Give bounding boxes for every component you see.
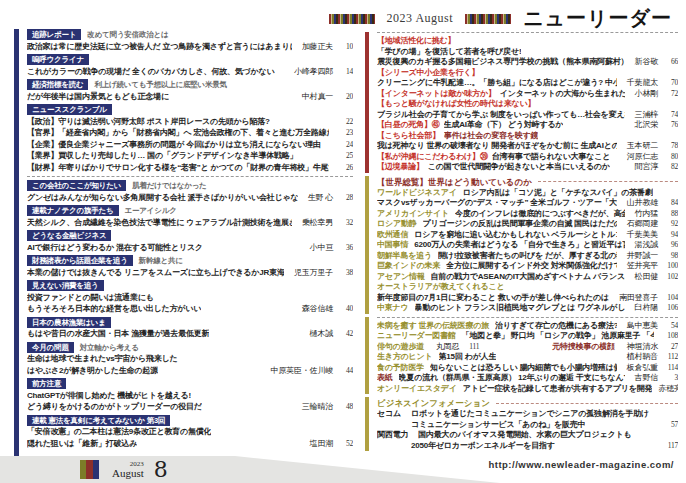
series-subtitle: 事件は社会の変容を映す鏡 — [444, 131, 538, 142]
page-number: 117 — [664, 441, 678, 452]
article-title: 国内最大のバイオマス発電開始、水素の巨大プロジェクトも — [418, 430, 631, 441]
author-name: 吉野信 — [635, 373, 658, 384]
section-heading: この会社のここが知りたい肌着だけではなかった — [27, 180, 353, 192]
page-number: 96 — [664, 240, 678, 251]
article-title: 知らないことは恐ろしい 腸内細菌でも小腸内増殖は健康寿命を短縮する! — [430, 363, 617, 374]
article-title: AIで銀行はどう変わるか 混在する可能性とリスク — [27, 242, 203, 254]
article-title: 新年度節目の7月1日に変わること 救いの手が差し伸べられたのは? — [377, 293, 609, 304]
page-number: 94 — [664, 230, 678, 241]
author-name: 井野誠一 — [627, 251, 658, 262]
toc-subentry: オンリーイエスタデイアトピー症状を記録して患者が共有するアプリを開発赤穂亮太郎 — [377, 384, 678, 395]
column-label: アセアン情報 — [377, 272, 425, 283]
article-title: 全方位に展開するインド外交 対米関係強化だけではなく中露陣営にも関与 — [446, 261, 617, 272]
article-title: もうそろそろ日本的な経営を思い出した方がいい — [27, 303, 201, 315]
section-note: エーアイシルク — [125, 205, 177, 217]
divider — [377, 32, 678, 33]
author-name: 玉本研二 — [627, 141, 658, 152]
toc-line: 隠れた狙いは「維新」打破込み塩田潮52 — [27, 438, 353, 450]
toc-line: ロシア動静プリゴージンの反乱は民間軍事企業の自滅 国民はただの茶番としか見ていな… — [377, 219, 678, 230]
toc-line: ニューリーダー図書館「地図と拳」 野口均 「ロシアの戦争」 池原麻里子 「今月の… — [377, 331, 678, 342]
toc-line: 【インターネットは敵か味方か】インターネットの大海から生まれた生成AI小林剛72 — [377, 89, 678, 100]
section-heading: 見えない消費を追う — [27, 280, 353, 292]
section-heading: ビジネスインフォメーション — [377, 397, 678, 409]
article-title: 晩夏の流れ（群馬県・玉原高原） 12年ぶりの邂逅 干支にちなんで「羊」 — [399, 373, 625, 384]
article-title: コミュニケーションサービス「あのね」を販売中 — [411, 420, 585, 431]
toc-section: ビジネスインフォメーションセコムロボットを通じたコミュニケーションでシニアの孤独… — [365, 397, 678, 451]
series-title: 【インターネットは敵か味方か】 — [377, 89, 496, 100]
toc-line: AIで銀行はどう変わるか 混在する可能性とリスク小中亘36 — [27, 242, 353, 254]
column-label: オンリーイエスタデイ — [377, 384, 457, 395]
page-number: 48 — [339, 401, 353, 413]
column-label: 巨象インドの未来 — [377, 261, 440, 272]
page-number: 104 — [664, 293, 678, 304]
page-number: 25 — [339, 150, 353, 162]
article-title: どう縛りをかけるのかがトップリーダーの役目だ — [27, 401, 202, 413]
toc-line: 未病を癒す 世界の伝統医療の旅治りすぎて存亡の危機にある療法?!島中恵美54 — [377, 321, 678, 332]
article-title: マスクvsザッカーバーグの“デス・マッチ” 全米ゴルフ・ツアー「大合併」、ほくそ… — [377, 198, 617, 209]
author-name: 新谷敬 — [635, 57, 658, 68]
page-number: 102 — [664, 272, 678, 283]
author-name: 森谷信雄 — [302, 303, 333, 315]
page-number: 72 — [664, 89, 678, 100]
footer-band: 2023 August 8 — [0, 456, 500, 483]
page-number: 27 — [664, 342, 678, 353]
toc-line: はやぶさ2が解き明かした生命の起源中原英臣・佐川峻44 — [27, 365, 353, 377]
toc-line: 「安倍改憲」の二本柱は憲法9条改正と教育の無償化 — [27, 426, 353, 438]
toc-line: 政治家は常に歴史法廷に立つ被告人だ 立つ鳥跡を濁さずと言うにはあまりにも加藤正夫… — [27, 41, 353, 53]
toc-section: 連載 憲法を真剣に考えてみないか 第3回「安倍改憲」の二本柱は憲法9条改正と教育… — [27, 415, 353, 450]
section-heading: 追跡レポート改めて問う安倍政治とは — [27, 29, 353, 41]
section-heading: 前方注意 — [27, 378, 353, 390]
section-badge: 追跡レポート — [27, 29, 81, 40]
page-number: 36 — [339, 242, 353, 254]
toc-line: 朝鮮半島を追う開け!拉致被害者たちの叫びを だが、厚すぎる北の狂ったロジック井野… — [377, 251, 678, 262]
article-title: 投資ファンドとの闘いは流通業にも — [27, 292, 154, 304]
article-title: 「安倍改憲」の二本柱は憲法9条改正と教育の無償化 — [27, 426, 211, 438]
page-number: 40 — [339, 303, 353, 315]
right-column: 【地域活性化に挑む】「学びの場」を復活して若者を呼び戻せ!震災復興のカギ握る多国… — [365, 29, 678, 457]
author-name: 南田登喜子 — [619, 293, 658, 304]
author-name: 山井教雄 — [627, 198, 658, 209]
toc-line: コミュニケーションサービス「あのね」を販売中57 — [411, 420, 678, 431]
toc-line: 【地域活性化に挑む】 — [377, 36, 678, 47]
section-badge: ニューススクランブル — [27, 104, 112, 115]
author-name: 湯浅誠 — [635, 240, 658, 251]
article-title: 震災復興のカギ握る多国籍ビジネス専門学校の挑戦（熊本県南阿蘇村） — [377, 57, 625, 68]
column-label: ワールドビジネスアイ — [377, 188, 457, 199]
toc-section: 見えない消費を追う投資ファンドとの闘いは流通業にももうそろそろ日本的な経営を思い… — [27, 280, 353, 315]
column-label: 生き方のヒント — [377, 352, 433, 363]
series-title: 【白昼の死角】㊸ — [377, 120, 440, 131]
toc-section: 【地域活性化に挑む】「学びの場」を復活して若者を呼び戻せ!震災復興のカギ握る多国… — [365, 32, 678, 173]
toc-line: グンゼはみんなが知らない多角展開する会社 派手さばかりがいい会社じゃない生野 心… — [27, 192, 353, 204]
page-number: 88 — [664, 209, 678, 220]
author-name: 植村鞆音 — [627, 352, 658, 363]
toc-section: どうなる金融ビジネスAIで銀行はどう変わるか 混在する可能性とリスク小中亘36 — [27, 230, 353, 253]
toc-line: もはや昔日の水産大国・日本 漁獲量が過去最低更新樋木誠42 — [27, 328, 353, 340]
article-title: ロシアを窮地に追い込むかもしれない ベラルーシとトルコ両大統領の思惑 — [414, 230, 617, 241]
section-badge: 連載ナノテクの旗手たち — [27, 205, 119, 216]
author-name: 松田健 — [635, 272, 658, 283]
column-label: 欧州通信 — [377, 230, 408, 241]
toc-line: 生き方のヒント第15回 わが人生植村鞆音112 — [377, 352, 678, 363]
toc-line: アメリカインサイト今度のインフレは徹底的につぶすべきだが、高金利は続き、その行く… — [377, 209, 678, 220]
toc-section: 前方注意ChatGPTが徘徊し始めた 機械がヒトを越える!どう縛りをかけるのかが… — [27, 378, 353, 413]
page-number: 82 — [664, 162, 678, 173]
article-title: 台湾有事で語られない大事なこと — [492, 152, 611, 163]
toc-subentry: 元特捜検事の横顔神垣清水27 — [552, 342, 678, 353]
column-label: 関西電力 — [377, 430, 408, 441]
page-number: 23 — [339, 127, 353, 139]
article-title: 天然シルク、合成繊維を染色技法で導電性に ウェアラブル計測技術を進展させる — [27, 217, 292, 229]
section-badge: 財務諸表から話題企業を追う — [27, 255, 133, 266]
series-title: 【こちら社会部】 — [377, 131, 440, 142]
author-name: 臼杵陽 — [635, 303, 658, 314]
article-title: 生成AI革命（下） どう対峙するか — [444, 120, 564, 131]
article-title: 隠れた狙いは「維新」打破込み — [27, 438, 137, 450]
page-number: 92 — [664, 219, 678, 230]
article-title: 【政治】守りは滅法弱い河野太郎 ポスト岸田レースの先頭から陥落? — [27, 116, 270, 128]
column-label: 俳句の遊歩道 — [377, 342, 424, 353]
toc-line: 【政治】守りは滅法弱い河野太郎 ポスト岸田レースの先頭から陥落?22 — [27, 116, 353, 128]
toc-line: 2050年ゼロカーボンエネルギーを目指す117 — [411, 441, 678, 452]
toc-line: 表紙晩夏の流れ（群馬県・玉原高原） 12年ぶりの邂逅 干支にちなんで「羊」吉野信… — [377, 373, 678, 384]
toc-line: 【こちら社会部】事件は社会の変容を映す鏡 — [377, 131, 678, 142]
toc-line: 関西電力国内最大のバイオマス発電開始、水素の巨大プロジェクトも — [377, 430, 678, 441]
toc-line: クリーニングに牛乳配達…。「勝ち組」になる店はどこが違う? 中小企業の社長は命が… — [377, 78, 678, 89]
